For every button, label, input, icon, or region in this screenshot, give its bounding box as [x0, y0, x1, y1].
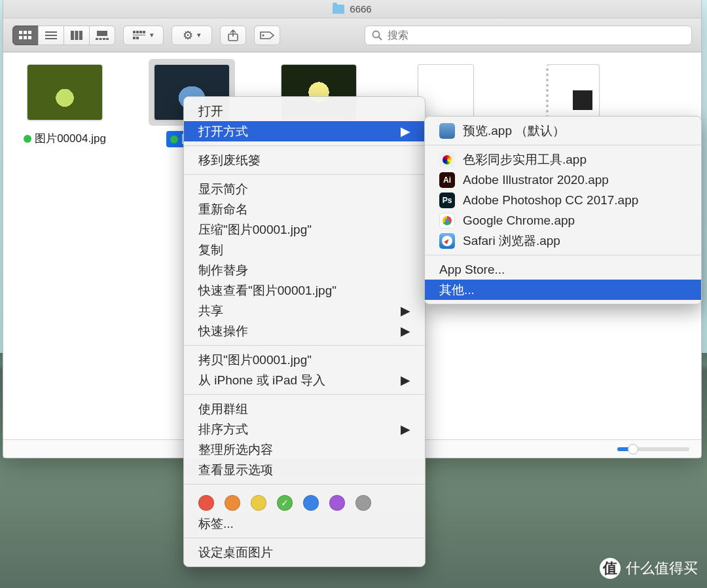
- menu-get-info[interactable]: 显示简介: [184, 179, 425, 199]
- search-field[interactable]: [365, 26, 692, 45]
- app-chrome[interactable]: Google Chrome.app: [425, 210, 701, 230]
- svg-rect-7: [45, 35, 57, 36]
- menu-open-with[interactable]: 打开方式 ▶: [184, 121, 425, 141]
- menu-tag-colors: [184, 488, 425, 513]
- svg-rect-21: [133, 35, 145, 35]
- preview-app-icon: [439, 123, 455, 139]
- menu-show-view-options[interactable]: 查看显示选项: [184, 460, 425, 480]
- svg-rect-8: [45, 38, 57, 39]
- watermark-text: 什么值得买: [626, 559, 698, 578]
- search-input[interactable]: [388, 29, 685, 41]
- menu-import-from[interactable]: 从 iPhone 或 iPad 导入 ▶: [184, 370, 425, 390]
- tag-blue[interactable]: [303, 495, 319, 511]
- list-view-button[interactable]: [38, 26, 64, 45]
- menu-quick-actions[interactable]: 快速操作 ▶: [184, 321, 425, 341]
- context-menu: 打开 打开方式 ▶ 移到废纸篓 显示简介 重新命名 压缩"图片00001.jpg…: [183, 96, 426, 567]
- share-button[interactable]: [220, 26, 246, 45]
- file-item[interactable]: 图片00004.jpg: [10, 59, 120, 146]
- tag-yellow[interactable]: [251, 495, 266, 511]
- svg-rect-18: [136, 31, 139, 33]
- action-control: ⚙︎ ▾: [172, 26, 212, 45]
- watermark: 值 什么值得买: [600, 558, 698, 579]
- app-photoshop[interactable]: Ps Adobe Photoshop CC 2017.app: [425, 190, 701, 210]
- menu-quick-look[interactable]: 快速查看"图片00001.jpg": [184, 280, 425, 301]
- svg-rect-2: [28, 31, 31, 34]
- menu-make-alias[interactable]: 制作替身: [184, 260, 425, 280]
- menu-compress[interactable]: 压缩"图片00001.jpg": [184, 219, 425, 240]
- tag-dot-icon: [24, 135, 31, 143]
- svg-rect-0: [19, 31, 22, 34]
- icon-size-slider[interactable]: [617, 447, 689, 451]
- menu-tags[interactable]: 标签...: [184, 513, 425, 534]
- menu-other[interactable]: 其他...: [425, 280, 701, 300]
- tag-orange[interactable]: [225, 495, 240, 511]
- tag-green[interactable]: [277, 495, 293, 511]
- svg-rect-6: [45, 31, 57, 33]
- chevron-down-icon: ▾: [197, 31, 201, 39]
- open-with-submenu: 预览.app （默认） 色彩同步实用工具.app Ai Adobe Illust…: [424, 116, 702, 304]
- view-mode-group: [12, 26, 115, 45]
- group-icon: [133, 31, 146, 40]
- tag-gray[interactable]: [355, 495, 371, 511]
- svg-rect-3: [19, 36, 22, 39]
- svg-rect-10: [75, 31, 79, 40]
- menu-rename[interactable]: 重新命名: [184, 199, 425, 219]
- app-preview[interactable]: 预览.app （默认）: [425, 120, 701, 141]
- svg-point-25: [262, 34, 264, 36]
- submenu-arrow-icon: ▶: [401, 373, 410, 388]
- menu-set-desktop-picture[interactable]: 设定桌面图片: [184, 542, 425, 562]
- menu-use-groups[interactable]: 使用群组: [184, 399, 425, 419]
- share-control: [220, 26, 246, 45]
- menu-app-store[interactable]: App Store...: [425, 259, 701, 280]
- watermark-badge: 值: [600, 558, 621, 579]
- menu-duplicate[interactable]: 复制: [184, 240, 425, 260]
- app-colorsync[interactable]: 色彩同步实用工具.app: [425, 149, 701, 170]
- columns-icon: [71, 31, 82, 40]
- menu-open[interactable]: 打开: [184, 101, 425, 121]
- svg-rect-20: [143, 31, 145, 33]
- grid-icon: [19, 31, 32, 40]
- file-thumbnail: [27, 64, 103, 120]
- svg-rect-9: [71, 31, 74, 40]
- safari-app-icon: [439, 233, 455, 249]
- tag-button[interactable]: [254, 26, 280, 45]
- menu-clean-up-selection[interactable]: 整理所选内容: [184, 439, 425, 460]
- tag-red[interactable]: [198, 495, 214, 511]
- group-by-button[interactable]: ▾: [123, 26, 164, 45]
- action-button[interactable]: ⚙︎ ▾: [172, 26, 212, 45]
- column-view-button[interactable]: [63, 26, 90, 45]
- group-by-control: ▾: [123, 26, 164, 45]
- svg-rect-17: [133, 31, 136, 33]
- menu-move-to-trash[interactable]: 移到废纸篓: [184, 150, 425, 170]
- svg-rect-5: [28, 36, 31, 39]
- file-name[interactable]: 图片00004.jpg: [24, 131, 106, 146]
- tag-purple[interactable]: [329, 495, 345, 511]
- chevron-down-icon: ▾: [150, 31, 154, 39]
- submenu-arrow-icon: ▶: [401, 303, 410, 318]
- menu-share[interactable]: 共享 ▶: [184, 301, 425, 321]
- svg-rect-23: [136, 37, 139, 39]
- submenu-arrow-icon: ▶: [401, 323, 410, 339]
- separator: [184, 174, 425, 175]
- separator: [425, 255, 701, 255]
- window-titlebar[interactable]: 6666: [3, 0, 701, 18]
- illustrator-app-icon: Ai: [439, 172, 455, 188]
- tag-control: [254, 26, 280, 45]
- window-title: 6666: [350, 3, 371, 14]
- separator: [184, 345, 425, 346]
- gear-icon: ⚙︎: [183, 28, 193, 43]
- menu-copy[interactable]: 拷贝"图片00001.jpg": [184, 350, 425, 370]
- app-safari[interactable]: Safari 浏览器.app: [425, 230, 701, 251]
- folder-icon: [333, 5, 344, 14]
- menu-sort-by[interactable]: 排序方式 ▶: [184, 419, 425, 439]
- icon-view-button[interactable]: [12, 26, 39, 45]
- separator: [184, 394, 425, 395]
- svg-point-26: [373, 31, 380, 37]
- chrome-app-icon: [439, 213, 455, 229]
- svg-rect-16: [106, 38, 109, 40]
- separator: [184, 484, 425, 485]
- app-illustrator[interactable]: Ai Adobe Illustrator 2020.app: [425, 170, 701, 190]
- submenu-arrow-icon: ▶: [401, 124, 410, 139]
- gallery-view-button[interactable]: [89, 26, 115, 45]
- finder-toolbar: ▾ ⚙︎ ▾: [3, 18, 701, 52]
